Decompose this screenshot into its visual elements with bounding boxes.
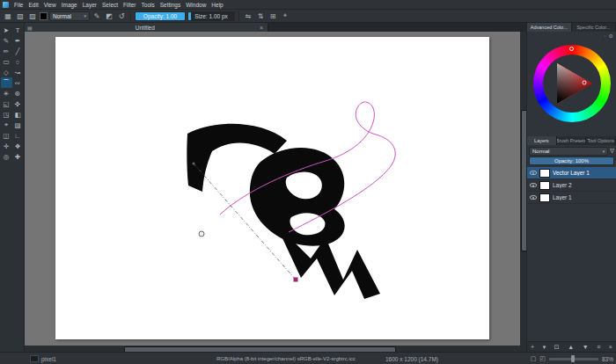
menu-item[interactable]: File [11, 1, 26, 9]
opacity-slider[interactable]: Opacity: 1.00 [135, 11, 186, 21]
reload-preset-icon[interactable]: ↺ [116, 11, 127, 21]
mirror-horizontal-icon[interactable]: ⇋ [243, 11, 253, 21]
statusbar: pixel1 RGB/Alpha (8-bit integer/channel)… [0, 352, 616, 364]
duplicate-layer-button[interactable]: ⊡ [554, 344, 560, 350]
zoom-slider-handle[interactable] [571, 355, 575, 362]
menu-item[interactable]: Filter [121, 1, 138, 9]
tool-polygon[interactable]: ◇ [1, 67, 12, 77]
tool-edit-shapes[interactable]: ✎ [1, 35, 12, 46]
path-end-node[interactable] [294, 278, 298, 282]
add-layer-button[interactable]: + [531, 344, 534, 350]
tool-fill[interactable]: ▨ [12, 120, 24, 130]
tool-color-sampler[interactable]: ⌖ [1, 120, 12, 130]
current-brush[interactable]: pixel1 [30, 355, 56, 362]
zoom-slider[interactable] [549, 358, 598, 360]
right-dock-panel: Advanced Colo...Specific Color... ◦ ⚙ [526, 23, 616, 352]
tool-line[interactable]: ╱ [12, 46, 24, 56]
tab-specific-color-selector[interactable]: Specific Color... [572, 23, 616, 32]
tool-reference-images[interactable]: ❖ [12, 141, 24, 151]
tool-rectangle[interactable]: ▭ [1, 56, 12, 67]
layer-row-vector-layer-1[interactable]: Vector Layer 1 [527, 167, 616, 179]
tool-freehand-path[interactable]: ∾ [12, 77, 24, 88]
tool-measure[interactable]: ∟ [12, 130, 24, 141]
eraser-mode-icon[interactable]: ◩ [104, 11, 114, 21]
tool-freehand-brush[interactable]: ✏ [1, 46, 12, 56]
tool-gradient[interactable]: ◧ [12, 109, 24, 120]
tool-calligraphy[interactable]: ✒ [12, 35, 24, 46]
path-start-point[interactable] [193, 163, 195, 165]
layer-row-layer-1[interactable]: Layer 1 [527, 192, 616, 204]
layer-thumbnail [539, 169, 550, 178]
saturation-value-triangle[interactable] [543, 55, 601, 113]
horizontal-scrollbar[interactable] [25, 346, 520, 352]
close-icon[interactable]: × [258, 25, 265, 31]
tool-assistants[interactable]: ✛ [1, 141, 12, 151]
tab-brush-presets[interactable]: Brush Presets [557, 136, 587, 145]
menu-item[interactable]: View [41, 1, 59, 9]
menu-item[interactable]: Select [99, 1, 121, 9]
tool-dynamic-brush[interactable]: ✳ [1, 88, 12, 98]
layer-properties-button[interactable]: ≡ [597, 344, 600, 350]
visibility-eye-icon[interactable] [530, 171, 537, 175]
pattern-chooser-icon[interactable]: ▨ [27, 11, 38, 21]
brush-preview [30, 355, 39, 362]
wrap-around-icon[interactable]: ⊞ [268, 11, 278, 21]
canvas-mode-icon[interactable]: ◰ [539, 355, 546, 362]
delete-layer-button[interactable]: × [609, 344, 612, 350]
menu-item[interactable]: Settings [158, 1, 184, 9]
menu-item[interactable]: Window [183, 1, 209, 9]
menu-item[interactable]: Help [209, 1, 225, 9]
tool-polyline[interactable]: ↝ [12, 67, 24, 77]
tool-pattern-edit[interactable]: ◫ [1, 130, 12, 141]
move-layer-down-button[interactable]: ▼ [583, 344, 589, 350]
layer-filter-icon[interactable]: ∇ [610, 148, 614, 155]
canvas-viewport[interactable] [25, 32, 520, 346]
layer-row-layer-2[interactable]: Layer 2 [527, 179, 616, 192]
tool-select-shapes[interactable]: ➤ [1, 25, 12, 35]
tool-bezier-curve[interactable]: ⌒ [1, 77, 12, 88]
color-selector-header: ◦ ⚙ [527, 32, 616, 40]
workspace-chooser-icon[interactable]: ▦ [3, 11, 13, 21]
snap-icon[interactable]: ⌖ [280, 11, 290, 21]
ink-strokes [187, 124, 380, 299]
color-history-icon[interactable]: ◦ [604, 33, 605, 39]
tool-move[interactable]: ✜ [12, 98, 24, 109]
tab-tool-options[interactable]: Tool Options [586, 136, 616, 145]
layer-blend-mode-value: Normal [532, 149, 549, 154]
vertical-scrollbar[interactable] [520, 32, 526, 346]
tab-advanced-color-selector[interactable]: Advanced Colo... [527, 23, 572, 32]
tool-transform[interactable]: ◱ [1, 98, 12, 109]
brush-editor-icon[interactable]: ✎ [92, 11, 102, 21]
layer-blend-mode-combobox[interactable]: Normal ▾ [529, 147, 608, 156]
toolbox: ➤T✎✒✏╱▭○◇↝⌒∾✳⊛◱✜◳◧⌖▨◫∟✛❖◎✚ [0, 23, 25, 352]
menubar: FileEditViewImageLayerSelectFilterToolsS… [0, 0, 616, 10]
mirror-vertical-icon[interactable]: ⇅ [255, 11, 266, 21]
visibility-eye-icon[interactable] [530, 195, 537, 200]
layer-opacity-slider[interactable]: Opacity: 100% [529, 157, 614, 165]
add-layer-dropdown[interactable]: ▾ [543, 344, 546, 350]
tool-zoom[interactable]: ◎ [1, 151, 12, 162]
visibility-eye-icon[interactable] [530, 183, 537, 187]
opacity-slider-label: Opacity: 1.00 [143, 13, 177, 19]
tool-text[interactable]: T [12, 25, 24, 35]
tool-multibrush[interactable]: ⊛ [12, 88, 24, 98]
blend-mode-combobox[interactable]: Normal ▾ [49, 11, 90, 21]
toolbar-separator [238, 11, 239, 21]
menu-item[interactable]: Image [59, 1, 80, 9]
brush-size-slider[interactable]: Size: 1.00 px [187, 11, 235, 21]
selection-mode-icon[interactable]: ▢ [531, 355, 537, 362]
tool-crop[interactable]: ◳ [1, 109, 12, 120]
hue-marker[interactable] [569, 47, 574, 51]
menu-item[interactable]: Tools [139, 1, 158, 9]
document-tab[interactable]: ▤ Untitled × [25, 23, 268, 32]
tool-pan[interactable]: ✚ [12, 151, 24, 162]
move-layer-up-button[interactable]: ▲ [568, 344, 574, 350]
gradient-chooser-icon[interactable]: ▧ [15, 11, 26, 21]
foreground-color-swatch[interactable] [40, 12, 48, 20]
settings-gear-icon[interactable]: ⚙ [609, 33, 613, 39]
tab-layers[interactable]: Layers [527, 136, 557, 145]
path-control-handle[interactable] [199, 231, 204, 237]
tool-ellipse[interactable]: ○ [12, 56, 24, 67]
menu-item[interactable]: Edit [26, 1, 40, 9]
menu-item[interactable]: Layer [80, 1, 99, 9]
